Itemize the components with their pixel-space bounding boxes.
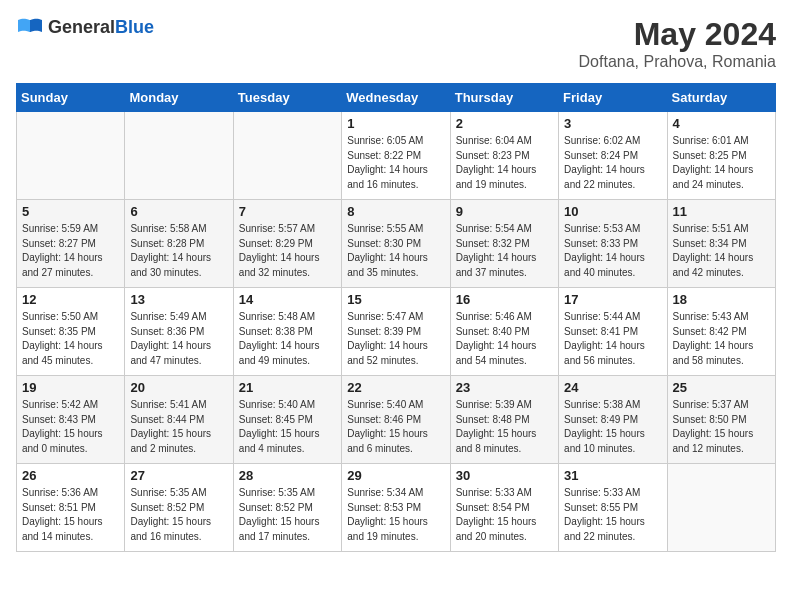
cell-w4-d2: 20Sunrise: 5:41 AM Sunset: 8:44 PM Dayli… [125,376,233,464]
cell-w1-d1 [17,112,125,200]
cell-w3-d1: 12Sunrise: 5:50 AM Sunset: 8:35 PM Dayli… [17,288,125,376]
day-number: 29 [347,468,444,483]
cell-w5-d4: 29Sunrise: 5:34 AM Sunset: 8:53 PM Dayli… [342,464,450,552]
day-info: Sunrise: 5:44 AM Sunset: 8:41 PM Dayligh… [564,310,661,368]
day-number: 23 [456,380,553,395]
cell-w1-d5: 2Sunrise: 6:04 AM Sunset: 8:23 PM Daylig… [450,112,558,200]
day-info: Sunrise: 5:40 AM Sunset: 8:46 PM Dayligh… [347,398,444,456]
day-info: Sunrise: 5:35 AM Sunset: 8:52 PM Dayligh… [239,486,336,544]
cell-w5-d6: 31Sunrise: 5:33 AM Sunset: 8:55 PM Dayli… [559,464,667,552]
day-number: 15 [347,292,444,307]
day-info: Sunrise: 5:43 AM Sunset: 8:42 PM Dayligh… [673,310,770,368]
cell-w5-d2: 27Sunrise: 5:35 AM Sunset: 8:52 PM Dayli… [125,464,233,552]
day-number: 19 [22,380,119,395]
day-info: Sunrise: 5:49 AM Sunset: 8:36 PM Dayligh… [130,310,227,368]
day-info: Sunrise: 5:53 AM Sunset: 8:33 PM Dayligh… [564,222,661,280]
day-info: Sunrise: 5:38 AM Sunset: 8:49 PM Dayligh… [564,398,661,456]
location-subtitle: Doftana, Prahova, Romania [579,53,776,71]
day-number: 28 [239,468,336,483]
col-sunday: Sunday [17,84,125,112]
page-header: GeneralBlue May 2024 Doftana, Prahova, R… [16,16,776,71]
cell-w3-d6: 17Sunrise: 5:44 AM Sunset: 8:41 PM Dayli… [559,288,667,376]
day-number: 30 [456,468,553,483]
day-info: Sunrise: 5:55 AM Sunset: 8:30 PM Dayligh… [347,222,444,280]
day-number: 11 [673,204,770,219]
day-number: 6 [130,204,227,219]
day-number: 2 [456,116,553,131]
day-info: Sunrise: 5:51 AM Sunset: 8:34 PM Dayligh… [673,222,770,280]
day-info: Sunrise: 5:39 AM Sunset: 8:48 PM Dayligh… [456,398,553,456]
day-number: 13 [130,292,227,307]
title-block: May 2024 Doftana, Prahova, Romania [579,16,776,71]
cell-w4-d7: 25Sunrise: 5:37 AM Sunset: 8:50 PM Dayli… [667,376,775,464]
header-row: Sunday Monday Tuesday Wednesday Thursday… [17,84,776,112]
day-info: Sunrise: 5:42 AM Sunset: 8:43 PM Dayligh… [22,398,119,456]
day-number: 3 [564,116,661,131]
day-info: Sunrise: 5:54 AM Sunset: 8:32 PM Dayligh… [456,222,553,280]
logo: GeneralBlue [16,16,154,38]
col-saturday: Saturday [667,84,775,112]
day-number: 7 [239,204,336,219]
day-info: Sunrise: 5:58 AM Sunset: 8:28 PM Dayligh… [130,222,227,280]
day-info: Sunrise: 5:37 AM Sunset: 8:50 PM Dayligh… [673,398,770,456]
cell-w5-d1: 26Sunrise: 5:36 AM Sunset: 8:51 PM Dayli… [17,464,125,552]
logo-blue: Blue [115,17,154,37]
calendar-table: Sunday Monday Tuesday Wednesday Thursday… [16,83,776,552]
cell-w4-d1: 19Sunrise: 5:42 AM Sunset: 8:43 PM Dayli… [17,376,125,464]
cell-w2-d4: 8Sunrise: 5:55 AM Sunset: 8:30 PM Daylig… [342,200,450,288]
col-tuesday: Tuesday [233,84,341,112]
col-wednesday: Wednesday [342,84,450,112]
day-number: 21 [239,380,336,395]
cell-w4-d6: 24Sunrise: 5:38 AM Sunset: 8:49 PM Dayli… [559,376,667,464]
day-info: Sunrise: 5:47 AM Sunset: 8:39 PM Dayligh… [347,310,444,368]
day-info: Sunrise: 5:34 AM Sunset: 8:53 PM Dayligh… [347,486,444,544]
cell-w2-d7: 11Sunrise: 5:51 AM Sunset: 8:34 PM Dayli… [667,200,775,288]
day-info: Sunrise: 6:04 AM Sunset: 8:23 PM Dayligh… [456,134,553,192]
day-number: 14 [239,292,336,307]
cell-w1-d4: 1Sunrise: 6:05 AM Sunset: 8:22 PM Daylig… [342,112,450,200]
day-number: 27 [130,468,227,483]
cell-w4-d4: 22Sunrise: 5:40 AM Sunset: 8:46 PM Dayli… [342,376,450,464]
day-info: Sunrise: 5:46 AM Sunset: 8:40 PM Dayligh… [456,310,553,368]
col-monday: Monday [125,84,233,112]
day-info: Sunrise: 5:33 AM Sunset: 8:55 PM Dayligh… [564,486,661,544]
cell-w2-d1: 5Sunrise: 5:59 AM Sunset: 8:27 PM Daylig… [17,200,125,288]
day-number: 4 [673,116,770,131]
day-number: 26 [22,468,119,483]
cell-w4-d5: 23Sunrise: 5:39 AM Sunset: 8:48 PM Dayli… [450,376,558,464]
cell-w3-d5: 16Sunrise: 5:46 AM Sunset: 8:40 PM Dayli… [450,288,558,376]
day-number: 22 [347,380,444,395]
day-number: 25 [673,380,770,395]
day-info: Sunrise: 6:05 AM Sunset: 8:22 PM Dayligh… [347,134,444,192]
cell-w1-d6: 3Sunrise: 6:02 AM Sunset: 8:24 PM Daylig… [559,112,667,200]
week-row-2: 5Sunrise: 5:59 AM Sunset: 8:27 PM Daylig… [17,200,776,288]
day-number: 17 [564,292,661,307]
logo-text: GeneralBlue [48,17,154,38]
cell-w1-d7: 4Sunrise: 6:01 AM Sunset: 8:25 PM Daylig… [667,112,775,200]
day-info: Sunrise: 5:48 AM Sunset: 8:38 PM Dayligh… [239,310,336,368]
cell-w3-d7: 18Sunrise: 5:43 AM Sunset: 8:42 PM Dayli… [667,288,775,376]
cell-w5-d3: 28Sunrise: 5:35 AM Sunset: 8:52 PM Dayli… [233,464,341,552]
cell-w1-d3 [233,112,341,200]
col-thursday: Thursday [450,84,558,112]
cell-w3-d4: 15Sunrise: 5:47 AM Sunset: 8:39 PM Dayli… [342,288,450,376]
week-row-1: 1Sunrise: 6:05 AM Sunset: 8:22 PM Daylig… [17,112,776,200]
day-info: Sunrise: 5:57 AM Sunset: 8:29 PM Dayligh… [239,222,336,280]
day-info: Sunrise: 5:33 AM Sunset: 8:54 PM Dayligh… [456,486,553,544]
logo-general: General [48,17,115,37]
day-info: Sunrise: 5:41 AM Sunset: 8:44 PM Dayligh… [130,398,227,456]
day-number: 31 [564,468,661,483]
day-number: 20 [130,380,227,395]
cell-w2-d6: 10Sunrise: 5:53 AM Sunset: 8:33 PM Dayli… [559,200,667,288]
logo-icon [16,16,44,38]
day-number: 16 [456,292,553,307]
day-info: Sunrise: 6:01 AM Sunset: 8:25 PM Dayligh… [673,134,770,192]
day-number: 1 [347,116,444,131]
cell-w4-d3: 21Sunrise: 5:40 AM Sunset: 8:45 PM Dayli… [233,376,341,464]
week-row-3: 12Sunrise: 5:50 AM Sunset: 8:35 PM Dayli… [17,288,776,376]
month-year-title: May 2024 [579,16,776,53]
day-number: 18 [673,292,770,307]
cell-w5-d7 [667,464,775,552]
week-row-4: 19Sunrise: 5:42 AM Sunset: 8:43 PM Dayli… [17,376,776,464]
day-number: 24 [564,380,661,395]
